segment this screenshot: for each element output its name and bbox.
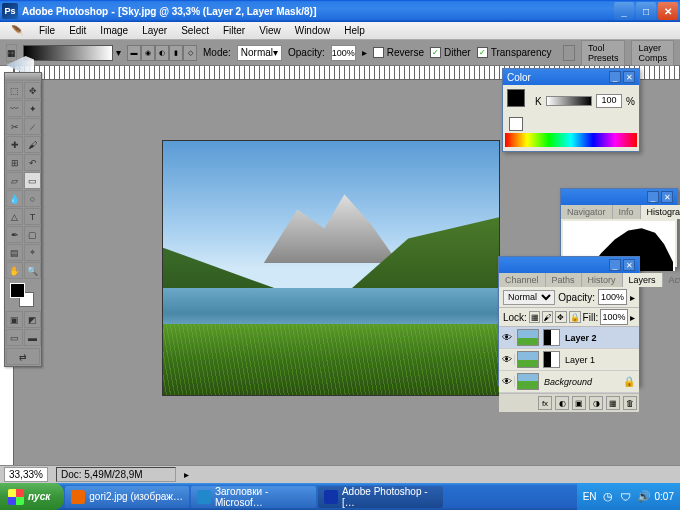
pen-tool[interactable]: ✒ <box>6 226 23 243</box>
clock[interactable]: 0:07 <box>655 491 674 502</box>
layer-row[interactable]: 👁Background🔒 <box>499 371 639 393</box>
layer-row[interactable]: 👁Layer 1 <box>499 349 639 371</box>
color-spectrum[interactable] <box>505 133 637 147</box>
gradient-angle[interactable]: ◐ <box>155 45 169 61</box>
visibility-toggle-icon[interactable]: 👁 <box>499 354 515 365</box>
palette-well-icon[interactable] <box>563 45 575 61</box>
history-tab[interactable]: History <box>582 273 623 287</box>
opacity-input[interactable]: 100% <box>331 45 356 61</box>
minimize-button[interactable]: _ <box>614 2 634 20</box>
visibility-toggle-icon[interactable]: 👁 <box>499 376 515 387</box>
layer-thumbnail[interactable] <box>517 373 539 390</box>
panel-minimize-icon[interactable]: _ <box>647 191 659 203</box>
layer-name[interactable]: Background <box>541 377 592 387</box>
jump-to-imageready[interactable]: ⇄ <box>6 348 40 365</box>
heal-tool[interactable]: ✚ <box>6 136 23 153</box>
close-button[interactable]: ✕ <box>658 2 678 20</box>
wand-tool[interactable]: ✦ <box>24 100 41 117</box>
dither-checkbox[interactable]: ✓Dither <box>430 47 471 58</box>
color-value-input[interactable]: 100 <box>596 94 622 108</box>
delete-layer-icon[interactable]: 🗑 <box>623 396 637 410</box>
layer-name[interactable]: Layer 2 <box>562 333 597 343</box>
navigator-tab[interactable]: Navigator <box>561 205 613 219</box>
menu-file[interactable]: File <box>32 23 62 38</box>
panel-close-icon[interactable]: ✕ <box>661 191 673 203</box>
screen-full-menu-icon[interactable]: ▬ <box>24 329 41 346</box>
gradient-linear[interactable]: ▬ <box>127 45 141 61</box>
doc-size-field[interactable]: Doc: 5,49M/28,9M <box>56 467 176 482</box>
menu-image[interactable]: Image <box>93 23 135 38</box>
lock-all-icon[interactable]: 🔒 <box>569 311 581 323</box>
lock-transparency-icon[interactable]: ▦ <box>529 311 540 323</box>
dropdown-icon[interactable]: ▾ <box>116 47 121 58</box>
screen-standard-icon[interactable]: ▭ <box>6 329 23 346</box>
layer-comps-tab[interactable]: Layer Comps <box>631 40 674 66</box>
path-tool[interactable]: △ <box>6 208 23 225</box>
tool-preset-picker[interactable]: ▦ <box>6 44 17 62</box>
layer-style-icon[interactable]: fx <box>538 396 552 410</box>
tray-icon[interactable]: 🛡 <box>619 490 633 504</box>
layer-opacity-input[interactable]: 100% <box>598 289 627 305</box>
panel-minimize-icon[interactable]: _ <box>609 259 621 271</box>
menu-view[interactable]: View <box>252 23 288 38</box>
adjustment-layer-icon[interactable]: ◑ <box>589 396 603 410</box>
layer-mask-icon[interactable]: ◐ <box>555 396 569 410</box>
reverse-checkbox[interactable]: Reverse <box>373 47 424 58</box>
gradient-radial[interactable]: ◉ <box>141 45 155 61</box>
info-tab[interactable]: Info <box>613 205 641 219</box>
visibility-toggle-icon[interactable]: 👁 <box>499 332 515 343</box>
actions-tab[interactable]: Actions <box>663 273 680 287</box>
crop-tool[interactable]: ✂ <box>6 118 23 135</box>
type-tool[interactable]: T <box>24 208 41 225</box>
layer-name[interactable]: Layer 1 <box>562 355 595 365</box>
layers-tab[interactable]: Layers <box>623 273 663 287</box>
document-canvas[interactable] <box>162 140 500 396</box>
stamp-tool[interactable]: ⊞ <box>6 154 23 171</box>
gradient-preview[interactable] <box>23 45 113 61</box>
brush-tool[interactable]: 🖌 <box>24 136 41 153</box>
layer-thumbnail[interactable] <box>517 351 539 368</box>
color-panel-titlebar[interactable]: Color _✕ <box>503 69 639 85</box>
tool-presets-tab[interactable]: Tool Presets <box>581 40 626 66</box>
color-swatches[interactable] <box>5 280 41 310</box>
slice-tool[interactable]: ⟋ <box>24 118 41 135</box>
toolbox-grip[interactable] <box>5 73 41 81</box>
color-foreground-swatch[interactable] <box>507 89 525 107</box>
lock-position-icon[interactable]: ✥ <box>555 311 566 323</box>
layer-mask-thumbnail[interactable] <box>543 351 560 368</box>
menu-help[interactable]: Help <box>337 23 372 38</box>
menu-window[interactable]: Window <box>288 23 338 38</box>
menu-edit[interactable]: Edit <box>62 23 93 38</box>
notes-tool[interactable]: ▤ <box>6 244 23 261</box>
panel-close-icon[interactable]: ✕ <box>623 71 635 83</box>
status-menu-icon[interactable]: ▸ <box>184 469 189 480</box>
maximize-button[interactable]: □ <box>636 2 656 20</box>
new-layer-icon[interactable]: ▦ <box>606 396 620 410</box>
lock-image-icon[interactable]: 🖌 <box>542 311 553 323</box>
zoom-field[interactable]: 33,33% <box>4 467 48 482</box>
eraser-tool[interactable]: ▱ <box>6 172 23 189</box>
layer-thumbnail[interactable] <box>517 329 539 346</box>
histogram-titlebar[interactable]: _✕ <box>561 189 677 205</box>
layers-titlebar[interactable]: _✕ <box>499 257 639 273</box>
layer-row[interactable]: 👁Layer 2 <box>499 327 639 349</box>
marquee-tool[interactable]: ⬚ <box>6 82 23 99</box>
task-item[interactable]: Заголовки - Microsof… <box>191 486 316 508</box>
menu-filter[interactable]: Filter <box>216 23 252 38</box>
foreground-color-icon[interactable] <box>10 283 25 298</box>
quickmask-mode-icon[interactable]: ◩ <box>24 311 41 328</box>
tray-icon[interactable]: 🔊 <box>637 490 651 504</box>
gradient-diamond[interactable]: ◇ <box>183 45 197 61</box>
transparency-checkbox[interactable]: ✓Transparency <box>477 47 552 58</box>
tray-icon[interactable]: ◷ <box>601 490 615 504</box>
layer-blend-select[interactable]: Normal <box>503 290 555 305</box>
language-indicator[interactable]: EN <box>583 491 597 502</box>
color-background-swatch[interactable] <box>509 117 523 131</box>
panel-minimize-icon[interactable]: _ <box>609 71 621 83</box>
task-item-active[interactable]: Adobe Photoshop - [… <box>318 486 443 508</box>
move-tool[interactable]: ✥ <box>24 82 41 99</box>
channels-tab[interactable]: Channel <box>499 273 546 287</box>
fill-input[interactable]: 100% <box>600 309 628 325</box>
gradient-tool[interactable]: ▭ <box>24 172 41 189</box>
gradient-reflected[interactable]: ▮ <box>169 45 183 61</box>
